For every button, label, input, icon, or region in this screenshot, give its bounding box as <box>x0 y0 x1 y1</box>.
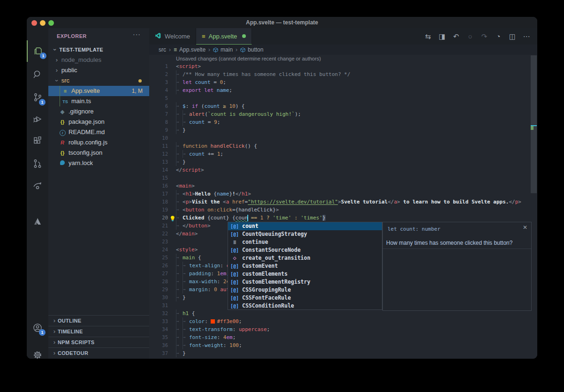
tree-item-rollup-config-js[interactable]: Rrollup.config.js <box>48 137 149 148</box>
code-line-36[interactable]: 36→→font-weight: 100; <box>149 341 537 349</box>
tree-item-node-modules[interactable]: › node_modules <box>48 55 149 65</box>
code-line-20[interactable]: 20💡→Clicked {count} {coun == 1 ? 'time' … <box>149 214 537 222</box>
more-actions-icon[interactable]: ⋯ <box>519 32 534 41</box>
tree-item-src[interactable]: › src <box>48 75 149 86</box>
code-token: coun <box>236 215 248 221</box>
code-line-10[interactable]: 10 <box>149 134 537 142</box>
suggest-item-customelements[interactable]: [@]customElements <box>228 270 382 278</box>
close-icon[interactable]: ✕ <box>523 224 527 231</box>
extensions-icon[interactable] <box>27 130 48 152</box>
breadcrumb-item-button[interactable]: button <box>240 46 263 53</box>
code-line-12[interactable]: 12→→count += 1; <box>149 150 537 158</box>
whitespace-tab-icon: → <box>176 333 183 341</box>
tree-item-yarn-lock[interactable]: yarn.lock <box>48 158 149 168</box>
tree-item-main-ts[interactable]: TSmain.ts <box>48 96 149 106</box>
code-token: ={handleClick} <box>232 207 276 213</box>
tree-item-public[interactable]: › public <box>48 65 149 75</box>
tree-root-test-template[interactable]: › TEST-TEMPLATE <box>48 45 149 55</box>
suggest-item-create_out_transition[interactable]: ◇create_out_transition <box>228 254 382 262</box>
suggest-item-cssfontfacerule[interactable]: [@]CSSFontFaceRule <box>228 294 382 302</box>
symbol-keyword-icon: ≣ <box>230 238 239 246</box>
tab-welcome[interactable]: Welcome <box>149 28 196 45</box>
file-history-icon[interactable]: ◔ <box>491 32 505 40</box>
code-token <box>248 215 251 221</box>
line-number: 16 <box>149 182 168 190</box>
suggest-item-customelementregistry[interactable]: [@]CustomElementRegistry <box>228 278 382 286</box>
settings-gear-icon[interactable] <box>27 344 48 359</box>
search-icon[interactable] <box>27 64 48 85</box>
code-line-7[interactable]: 7→→alert(`count is dangerously high!`); <box>149 110 537 118</box>
tree-item-tsconfig-json[interactable]: {}tsconfig.json <box>48 148 149 158</box>
open-changes-icon[interactable]: ⇆ <box>421 32 435 41</box>
code-editor[interactable]: Unsaved changes (cannot determine recent… <box>149 55 537 359</box>
code-line-13[interactable]: 13→} <box>149 158 537 166</box>
line-number: 7 <box>149 110 168 118</box>
code-line-35[interactable]: 35→→font-size: 4em; <box>149 333 537 341</box>
suggest-docs-description: How many times has someone clicked this … <box>386 240 512 246</box>
section-outline[interactable]: ›OUTLINE <box>48 315 149 326</box>
code-line-5[interactable]: 5 <box>149 94 537 102</box>
azure-icon[interactable] <box>27 211 48 232</box>
chevron-right-icon: › <box>54 55 60 65</box>
breadcrumb-item-main[interactable]: main <box>213 46 233 53</box>
code-line-16[interactable]: 16<main> <box>149 182 537 190</box>
navigate-back-icon[interactable]: ↶ <box>449 32 463 41</box>
explorer-icon[interactable]: 1 <box>27 40 49 62</box>
code-line-2[interactable]: 2→/** How many times has someone clicked… <box>149 70 537 78</box>
code-line-9[interactable]: 9→} <box>149 126 537 134</box>
suggest-item-continue[interactable]: ≣continue <box>228 238 382 246</box>
scrollbar[interactable] <box>531 55 537 193</box>
suggest-item-cssgroupingrule[interactable]: [@]CSSGroupingRule <box>228 286 382 294</box>
run-debug-icon[interactable] <box>27 108 48 130</box>
suggest-item-cssconditionrule[interactable]: [@]CSSConditionRule <box>228 302 382 310</box>
code-line-11[interactable]: 11→function handleClick() { <box>149 142 537 150</box>
section-npm-scripts[interactable]: ›NPM SCRIPTS <box>48 337 149 347</box>
code-line-33[interactable]: 33→→color: #ff3e00; <box>149 317 537 325</box>
code-line-37[interactable]: 37→} <box>149 349 537 357</box>
code-token: main <box>183 255 195 261</box>
breadcrumb-item-src[interactable]: src <box>159 46 166 53</box>
code-line-18[interactable]: 18→<p>Visit the <a href="https://svelte.… <box>149 198 537 206</box>
section-timeline[interactable]: ›TIMELINE <box>48 326 149 337</box>
tree-item-readme-md[interactable]: iREADME.md <box>48 127 149 137</box>
code-line-19[interactable]: 19→<button on:click={handleClick}> <box>149 206 537 214</box>
code-line-1[interactable]: 1<script> <box>149 62 537 70</box>
line-number: 12 <box>149 150 168 158</box>
tree-item-package-json[interactable]: {}package.json <box>48 117 149 127</box>
section-codetour[interactable]: ›CODETOUR <box>48 347 149 358</box>
tree-item-app-svelte[interactable]: ≡App.svelte1, M <box>48 86 149 96</box>
suggest-item-constantsourcenode[interactable]: [@]ConstantSourceNode <box>228 246 382 254</box>
code-line-15[interactable]: 15 <box>149 174 537 182</box>
code-token: count <box>195 79 211 85</box>
sidebar-more-actions-icon[interactable]: ··· <box>133 30 141 38</box>
suggest-item-label: CSSFontFaceRule <box>242 294 291 302</box>
code-line-4[interactable]: 4→export let name; <box>149 86 537 94</box>
github-pull-requests-icon[interactable] <box>27 153 48 174</box>
code-line-14[interactable]: 14</script> <box>149 166 537 174</box>
tab-app-svelte[interactable]: ≡ App.svelte <box>196 28 252 45</box>
code-line-17[interactable]: 17→<h1>Hello {name}!</h1> <box>149 190 537 198</box>
tree-item--gitignore[interactable]: ◆.gitignore <box>48 106 149 117</box>
live-share-icon[interactable] <box>27 175 48 196</box>
code-line-3[interactable]: 3→let count = 0; <box>149 78 537 86</box>
suggest-item-customevent[interactable]: [@]CustomEvent <box>228 262 382 270</box>
code-line-6[interactable]: 6→$: if (count ≥ 10) { <box>149 102 537 110</box>
symbol-var-icon: [@] <box>230 246 239 254</box>
explorer-badge: 1 <box>40 53 46 59</box>
suggest-item-countqueuingstrategy[interactable]: [@]CountQueuingStrategy <box>228 230 382 238</box>
source-control-icon[interactable]: 1 <box>27 87 48 108</box>
whitespace-tab-icon: → <box>183 270 189 278</box>
navigate-forward-icon[interactable]: ↷ <box>477 32 491 41</box>
code-line-8[interactable]: 8→→count = 9; <box>149 118 537 126</box>
code-line-34[interactable]: 34→→text-transform: uppercase; <box>149 325 537 333</box>
navigate-position-icon[interactable]: ○ <box>463 32 477 40</box>
code-token <box>297 215 301 221</box>
open-preview-icon[interactable]: ◨ <box>435 32 449 41</box>
code-token: : <box>217 334 223 340</box>
unsaved-dot-icon[interactable] <box>242 34 246 38</box>
breadcrumb-item-app-svelte[interactable]: ≡App.svelte <box>174 46 206 53</box>
explorer-sidebar: EXPLORER ··· › TEST-TEMPLATE› node_modul… <box>48 28 149 359</box>
split-editor-icon[interactable]: ◫ <box>505 32 519 41</box>
suggest-item-count[interactable]: [@]count <box>228 222 382 230</box>
accounts-icon[interactable]: 1 <box>27 317 48 339</box>
